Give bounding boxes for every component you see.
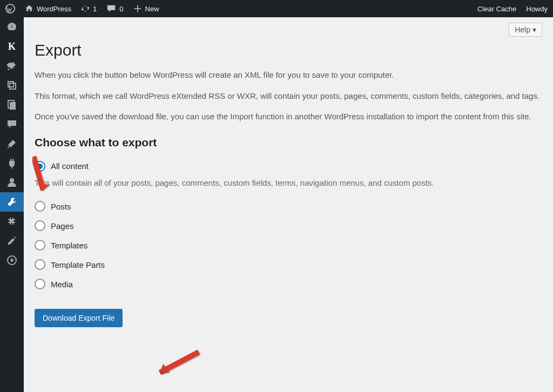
page-title: Export [35,41,542,59]
svg-rect-2 [10,102,16,110]
site-name: WordPress [37,5,71,13]
sidebar-item-posts[interactable] [0,56,24,76]
radio-posts-label[interactable]: Posts [51,202,71,211]
comments-count: 0 [119,5,123,13]
sidebar-item-users[interactable] [0,173,24,192]
sidebar-item-appearance[interactable] [0,134,24,153]
sidebar-item-video[interactable] [0,251,24,270]
radio-media-label[interactable]: Media [51,280,73,289]
radio-pages[interactable] [35,220,45,231]
sidebar-item-comments[interactable] [0,114,24,134]
sidebar-item-edit[interactable] [0,231,24,251]
sidebar-item-plugins[interactable] [0,153,24,173]
radio-template-parts[interactable] [35,259,45,270]
choose-export-heading: Choose what to export [35,136,542,149]
all-content-desc: This will contain all of your posts, pag… [35,177,542,190]
site-link[interactable]: WordPress [25,4,71,13]
sidebar-item-pages[interactable] [0,95,24,114]
sidebar-item-settings[interactable] [0,212,24,231]
comments-link[interactable]: 0 [106,4,123,13]
wp-logo-icon[interactable] [5,4,15,13]
svg-point-3 [10,178,14,183]
help-tab-label: Help [515,25,530,34]
export-desc-2: This format, which we call WordPress eXt… [35,90,542,103]
radio-posts[interactable] [35,201,45,212]
export-options: All content This will contain all of you… [35,161,542,299]
updates-link[interactable]: 1 [81,4,97,13]
new-content-link[interactable]: New [133,4,159,13]
admin-bar: WordPress 1 0 New Clear Cache Howdy [0,0,553,17]
help-tab[interactable]: Help ▾ [509,23,542,37]
radio-pages-label[interactable]: Pages [51,221,74,231]
new-label: New [145,5,159,13]
admin-sidebar: K [0,17,24,392]
export-desc-1: When you click the button below WordPres… [35,69,542,82]
account-link[interactable]: Howdy [526,5,548,13]
radio-template-parts-label[interactable]: Template Parts [51,260,105,269]
chevron-down-icon: ▾ [532,25,536,34]
radio-all-content[interactable] [35,161,45,172]
radio-media[interactable] [35,279,45,289]
export-desc-3: Once you've saved the download file, you… [35,111,542,123]
sidebar-item-dashboard[interactable] [0,17,24,37]
updates-count: 1 [93,5,97,13]
radio-templates[interactable] [35,240,45,251]
page-content: Help ▾ Export When you click the button … [24,17,553,392]
sidebar-item-kadence[interactable]: K [0,37,24,56]
sidebar-item-tools[interactable] [0,192,24,212]
sidebar-item-media[interactable] [0,76,24,95]
radio-templates-label[interactable]: Templates [51,241,87,250]
radio-all-content-label[interactable]: All content [51,161,89,171]
clear-cache-link[interactable]: Clear Cache [477,5,516,13]
download-export-button[interactable]: Download Export File [35,309,123,327]
